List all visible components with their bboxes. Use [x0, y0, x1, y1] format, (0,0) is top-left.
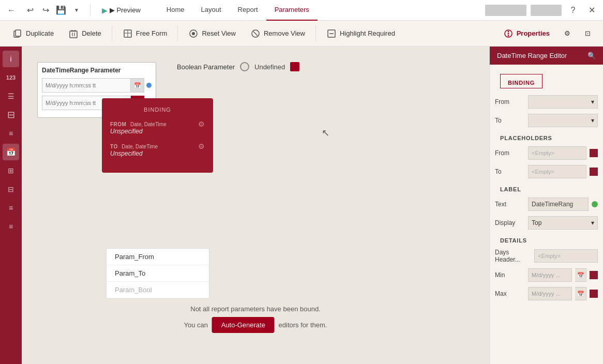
back-button[interactable]: ← [4, 3, 19, 18]
chevron-down-icon: ▾ [591, 98, 594, 105]
label-text-value: DateTimeRang [528, 198, 589, 211]
min-row: Min M/d/yyyy ... 📅 [490, 266, 603, 284]
undo-button[interactable]: ↩ [23, 3, 37, 18]
binding-to-dropdown[interactable]: ▾ [528, 114, 598, 127]
preview-button[interactable]: ▶ ▶ Preview [97, 3, 146, 18]
tab-bar: Home Layout Report Parameters [158, 0, 481, 21]
auto-generate-row: You can Auto-Generate editors for them. [184, 317, 327, 333]
delete-button[interactable]: Delete [62, 24, 108, 43]
label-section-title: LABEL [495, 182, 526, 194]
binding-from-dropdown[interactable]: ▾ [528, 95, 598, 109]
binding-to-value: Unspecified [110, 150, 158, 157]
properties-button[interactable]: Properties [497, 24, 556, 43]
bool-red-indicator [290, 62, 299, 71]
delete-icon [68, 28, 79, 39]
datetime-from-input[interactable] [42, 78, 131, 93]
sidebar-icon-calendar[interactable]: 📅 [3, 144, 19, 160]
binding-to-label: TO [110, 144, 118, 149]
binding-popup-title: BINDING [110, 107, 205, 113]
expand-button[interactable]: ⊡ [579, 24, 597, 43]
placeholder-to-checkbox[interactable] [590, 168, 598, 176]
max-checkbox[interactable] [590, 290, 598, 298]
param-input-row-1: 📅 [42, 78, 152, 93]
max-value: M/d/yyyy ... [528, 287, 572, 300]
auto-generate-button[interactable]: Auto-Generate [212, 317, 275, 333]
placeholder-from-checkbox[interactable] [590, 149, 598, 157]
sidebar-icon-list2[interactable]: ≡ [3, 218, 19, 235]
bool-panel-title: Boolean Parameter [177, 63, 235, 71]
properties-icon [503, 28, 514, 39]
min-checkbox[interactable] [590, 271, 598, 279]
days-header-label: Days Header... [495, 249, 531, 263]
min-value: M/d/yyyy ... [528, 268, 572, 282]
redo-button[interactable]: ↪ [38, 3, 53, 18]
remove-view-button[interactable]: Remove View [244, 24, 311, 43]
label-display-dropdown[interactable]: Top ▾ [528, 216, 598, 230]
placeholders-section-wrap: PLACEHOLDERS [490, 130, 603, 144]
search-icon[interactable]: 🔍 [587, 52, 596, 59]
chevron-down-icon-2: ▾ [591, 117, 594, 124]
toolbar-sep-2 [177, 26, 178, 41]
sidebar-icon-lines2[interactable]: ≡ [3, 200, 19, 216]
bool-radio[interactable] [240, 62, 249, 71]
placeholders-section-title: PLACEHOLDERS [495, 131, 557, 143]
binding-from-settings-icon[interactable]: ⚙ [198, 120, 205, 128]
from-binding-dot [146, 83, 152, 88]
placeholder-to-row: To <Empty> [490, 162, 603, 181]
sidebar-icon-123[interactable]: 123 [3, 69, 19, 86]
label-display-label: Display [495, 219, 525, 226]
green-dot-indicator [592, 201, 598, 207]
bottom-message-area: Not all report parameters have been boun… [184, 305, 327, 333]
not-bound-message: Not all report parameters have been boun… [184, 305, 327, 313]
editors-text: editors for them. [279, 321, 327, 329]
param-dropdown-list: Param_From Param_To Param_Bool [106, 248, 209, 299]
max-row: Max M/d/yyyy ... 📅 [490, 284, 603, 303]
sidebar-icon-grid[interactable]: ⊞ [3, 162, 19, 179]
max-label: Max [495, 290, 525, 297]
sidebar-icon-lines[interactable]: ≡ [3, 125, 19, 142]
placeholder-to-label: To [495, 168, 525, 175]
save-dropdown-button[interactable]: ▼ [69, 3, 84, 18]
help-button[interactable]: ? [566, 3, 580, 18]
max-calendar-icon[interactable]: 📅 [575, 287, 586, 300]
placeholder-from-row: From <Empty> [490, 144, 603, 162]
highlight-required-icon [326, 28, 337, 39]
min-calendar-icon[interactable]: 📅 [575, 268, 586, 282]
settings-expand-button[interactable]: ⚙ [558, 24, 577, 43]
svg-rect-2 [70, 31, 77, 38]
details-section-title: DETAILS [495, 233, 532, 246]
bool-undefined-label: Undefined [254, 63, 285, 71]
free-form-button[interactable]: Free Form [116, 24, 174, 43]
titlebar: ← ↩ ↪ 💾 ▼ ▶ ▶ Preview Home Layout Report… [0, 0, 603, 21]
binding-section-wrap: BINDING [490, 65, 603, 93]
param-list-item-to[interactable]: Param_To [107, 265, 209, 282]
chevron-down-icon-3: ▾ [591, 219, 594, 226]
save-button[interactable]: 💾 [54, 3, 68, 18]
binding-to-settings-icon[interactable]: ⚙ [198, 142, 205, 150]
sidebar-icon-list[interactable]: ☰ [3, 88, 19, 104]
param-list-item-from[interactable]: Param_From [107, 249, 209, 265]
titlebar-left: ← [4, 3, 19, 18]
sidebar-icon-toggle[interactable]: ⊟ [3, 107, 19, 123]
close-button[interactable]: ✕ [584, 3, 599, 18]
details-section-wrap: DETAILS [490, 232, 603, 246]
tab-parameters[interactable]: Parameters [266, 0, 318, 21]
tab-report[interactable]: Report [230, 0, 266, 21]
highlight-required-button[interactable]: Highlight Required [320, 24, 401, 43]
free-form-icon [123, 28, 133, 39]
param-list-item-bool[interactable]: Param_Bool [107, 282, 209, 298]
sidebar-icon-info[interactable]: i [3, 51, 19, 67]
sidebar-icon-table[interactable]: ⊟ [3, 181, 19, 198]
undo-redo-group: ↩ ↪ 💾 ▼ [23, 3, 84, 18]
binding-to-prop-label: To [495, 117, 525, 124]
display-value: Top [532, 219, 541, 226]
tab-layout[interactable]: Layout [193, 0, 230, 21]
label-text-row: Text DateTimeRang [490, 195, 603, 214]
duplicate-button[interactable]: Duplicate [6, 24, 60, 43]
settings-icon: ⚙ [564, 29, 570, 37]
binding-popup: BINDING FROM Date, DateTime Unspecified … [102, 98, 213, 173]
calendar-from-icon[interactable]: 📅 [131, 78, 144, 93]
tab-home[interactable]: Home [158, 0, 193, 21]
reset-view-button[interactable]: Reset View [182, 24, 242, 43]
remove-view-icon [250, 28, 261, 39]
